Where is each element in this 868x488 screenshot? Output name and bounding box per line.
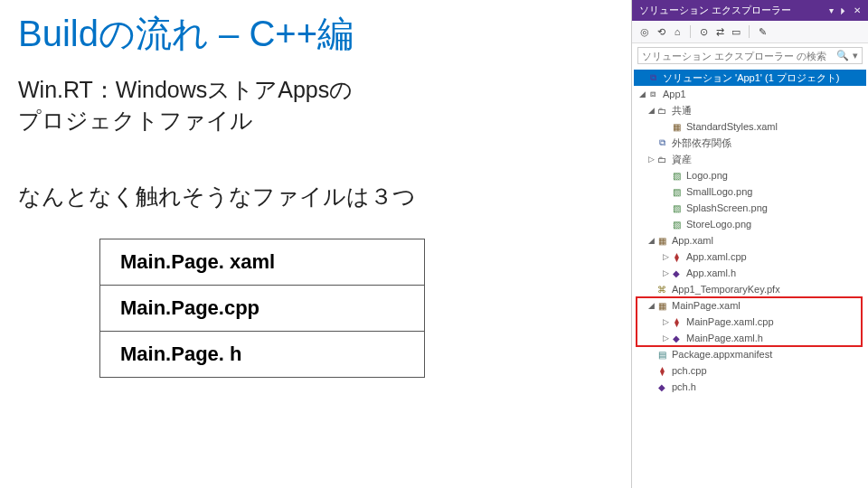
tree-node[interactable]: ▷⧫App.xaml.cpp [634,249,866,265]
node-label: pch.h [672,381,696,392]
file-icon: ◆ [656,380,668,393]
file-row: Main.Page. xaml [99,239,425,286]
expand-icon[interactable]: ◢ [646,106,656,115]
file-row: Main.Page. h [99,332,425,378]
toolbar-separator [749,25,750,38]
tree-node[interactable]: ⌘App1_TemporaryKey.pfx [634,281,866,297]
tree-node[interactable]: ▧SplashScreen.png [634,200,866,216]
node-label: App.xaml.cpp [686,251,747,262]
file-icon: ▦ [670,120,683,133]
panel-dropdown-icon[interactable]: ▾ [829,5,834,15]
panel-toolbar: ◎ ⟲ ⌂ ⊙ ⇄ ▭ ✎ [632,21,868,43]
expand-icon[interactable]: ◢ [646,236,656,245]
tree-node[interactable]: ▷◆App.xaml.h [634,265,866,281]
toolbar-refresh-icon[interactable]: ⇄ [712,24,727,39]
node-label: SmallLogo.png [686,186,752,197]
solution-explorer-panel: ソリューション エクスプローラー ▾ ⏵ ✕ ◎ ⟲ ⌂ ⊙ ⇄ ▭ ✎ 🔍 ▾… [631,0,868,488]
file-icon: ⌘ [656,283,668,296]
expand-icon[interactable]: ▷ [661,252,670,261]
search-dropdown-icon[interactable]: ▾ [853,50,858,61]
file-row: Main.Page.cpp [99,286,425,332]
expand-icon[interactable]: ◢ [637,89,646,99]
file-icon: ⧫ [670,250,683,263]
toolbar-home-icon[interactable]: ⌂ [670,24,684,39]
toolbar-separator [690,25,691,38]
subtitle-line-2: プロジェクトファイル [18,106,613,136]
toolbar-properties-icon[interactable]: ✎ [755,24,769,39]
file-icon: ⧉ [656,136,668,149]
file-icon: ⧫ [656,364,668,377]
search-input[interactable] [642,51,833,61]
file-icon: ▧ [670,218,683,230]
node-label: App1_TemporaryKey.pfx [672,284,780,295]
file-icon: 🗀 [656,153,668,165]
expand-icon[interactable]: ▷ [661,268,670,277]
tree-node[interactable]: ▷⧫MainPage.xaml.cpp [634,314,866,330]
node-label: MainPage.xaml.cpp [686,316,774,327]
file-icon: ◆ [670,267,683,279]
file-icon: ▤ [656,348,668,361]
node-label: SplashScreen.png [686,202,768,213]
expand-icon[interactable]: ◢ [646,301,656,310]
expand-icon[interactable]: ▷ [646,155,656,164]
tree-node[interactable]: ⧉外部依存関係 [634,135,866,151]
file-icon: ▦ [656,299,668,312]
slide-line-2: なんとなく触れそうなファイルは３つ [18,182,613,211]
tree-node[interactable]: ▦StandardStyles.xaml [634,118,866,135]
node-label: Logo.png [686,170,728,181]
node-label: App1 [663,89,686,99]
tree-node[interactable]: ◢⧈App1 [634,86,866,102]
subtitle-line-1: Win.RT：WindowsストアAppsの [18,75,613,106]
tree-node[interactable]: ▷◆MainPage.xaml.h [634,330,866,346]
node-label: App.xaml [672,235,713,246]
node-label: StoreLogo.png [686,219,751,230]
node-label: ソリューション 'App1' (1 プロジェクト) [663,71,840,85]
tree-node[interactable]: ◢🗀共通 [634,102,866,118]
tree-node[interactable]: ▧SmallLogo.png [634,183,866,200]
node-label: Package.appxmanifest [672,349,772,360]
panel-close-icon[interactable]: ✕ [854,5,861,15]
expand-icon[interactable]: ▷ [661,317,670,326]
file-icon: ▧ [670,169,683,182]
panel-title-bar[interactable]: ソリューション エクスプローラー ▾ ⏵ ✕ [632,0,868,21]
file-icon: ◆ [670,332,683,344]
tree-node[interactable]: ◢▦App.xaml [634,232,866,249]
file-icon: 🗀 [656,104,668,117]
tree-node[interactable]: ▷🗀資産 [634,151,866,167]
toolbar-sync-icon[interactable]: ⊙ [696,24,711,39]
file-icon: ▧ [670,202,683,214]
toolbar-collapse-icon[interactable]: ▭ [729,24,743,39]
node-label: MainPage.xaml.h [686,333,763,343]
panel-title-text: ソリューション エクスプローラー [639,4,791,17]
node-label: App.xaml.h [686,267,736,278]
search-icon[interactable]: 🔍 [836,50,849,61]
panel-pin-icon[interactable]: ⏵ [839,5,848,15]
file-icon: ⧫ [670,315,683,328]
tree-node[interactable]: ▧Logo.png [634,167,866,183]
node-label: StandardStyles.xaml [686,121,778,132]
slide-subtitle: Win.RT：WindowsストアAppsの プロジェクトファイル [18,75,613,136]
node-label: 資産 [672,153,692,166]
node-label: MainPage.xaml [672,300,741,311]
slide-area: Buildの流れ – C++編 Win.RT：WindowsストアAppsの プ… [0,0,631,488]
node-label: 共通 [672,104,692,117]
tree-node[interactable]: ◆pch.h [634,379,866,395]
panel-search[interactable]: 🔍 ▾ [637,47,863,64]
solution-tree[interactable]: ⧉ソリューション 'App1' (1 プロジェクト)◢⧈App1◢🗀共通▦Sta… [632,68,868,400]
node-label: 外部依存関係 [672,136,731,150]
tree-node[interactable]: ⧉ソリューション 'App1' (1 プロジェクト) [634,70,866,86]
tree-node[interactable]: ◢▦MainPage.xaml [634,297,866,314]
file-icon: ⧈ [646,88,659,100]
file-icon: ⧉ [646,71,659,84]
tree-node[interactable]: ▧StoreLogo.png [634,216,866,232]
file-icon: ▧ [670,185,683,198]
file-icon: ▦ [656,234,668,247]
toolbar-nav-icon[interactable]: ◎ [637,24,652,39]
expand-icon[interactable]: ▷ [661,333,670,343]
file-list: Main.Page. xaml Main.Page.cpp Main.Page.… [99,239,425,378]
toolbar-back-icon[interactable]: ⟲ [654,24,668,39]
node-label: pch.cpp [672,365,707,376]
slide-title: Buildの流れ – C++編 [18,9,613,59]
tree-node[interactable]: ▤Package.appxmanifest [634,346,866,362]
tree-node[interactable]: ⧫pch.cpp [634,362,866,379]
